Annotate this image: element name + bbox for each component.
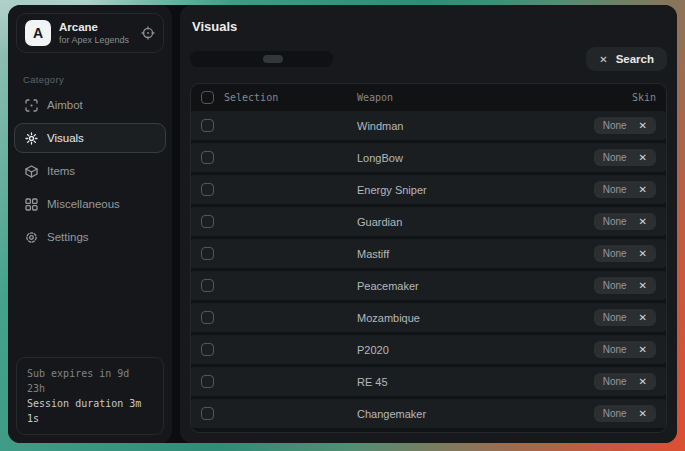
app-window: A Arcane for Apex Legends Category Aimbo… [8,5,677,443]
skin-select[interactable]: None ✕ [594,245,656,262]
table-row[interactable]: Windman None ✕ [191,111,666,140]
table-row[interactable]: Energy Sniper None ✕ [191,175,666,204]
app-logo: A [25,20,51,46]
select-all-checkbox[interactable] [201,91,214,104]
table-row[interactable]: LongBow None ✕ [191,143,666,172]
tab[interactable] [286,55,306,63]
skin-select[interactable]: None ✕ [594,309,656,326]
row-checkbox[interactable] [201,311,214,324]
row-selection-cell [201,215,357,228]
weapon-name: P2020 [357,344,594,356]
close-icon[interactable]: ✕ [639,120,647,131]
skin-select[interactable]: None ✕ [594,373,656,390]
close-icon[interactable]: ✕ [639,216,647,227]
selection-column-label: Selection [224,92,278,103]
weapon-name: LongBow [357,152,594,164]
row-selection-cell [201,119,357,132]
close-icon: ✕ [599,54,607,65]
sidebar-item-label: Items [47,165,75,177]
weapon-name: Guardian [357,216,594,228]
skin-value: None [603,248,627,259]
skin-value: None [603,216,627,227]
table-body: Windman None ✕ LongBow None ✕ [191,111,666,432]
table-row[interactable]: P2020 None ✕ [191,335,666,364]
table-row[interactable]: Changemaker None ✕ [191,399,666,428]
table-row[interactable]: Guardian None ✕ [191,207,666,236]
weapon-name: Mozambique [357,312,594,324]
skin-select[interactable]: None ✕ [594,181,656,198]
close-icon[interactable]: ✕ [639,248,647,259]
row-selection-cell [201,311,357,324]
row-checkbox[interactable] [201,343,214,356]
close-icon[interactable]: ✕ [639,408,647,419]
skin-value: None [603,312,627,323]
skin-value: None [603,280,627,291]
row-checkbox[interactable] [201,247,214,260]
skin-select[interactable]: None ✕ [594,149,656,166]
close-icon[interactable]: ✕ [639,344,647,355]
tab[interactable] [217,55,237,63]
tab[interactable] [240,55,260,63]
table-header: Selection Weapon Skin [191,84,666,111]
search-button[interactable]: ✕ Search [586,47,667,71]
skin-value: None [603,376,627,387]
close-icon[interactable]: ✕ [639,280,647,291]
close-icon[interactable]: ✕ [639,376,647,387]
skin-select[interactable]: None ✕ [594,213,656,230]
sidebar-item-label: Visuals [47,132,84,144]
skin-select[interactable]: None ✕ [594,277,656,294]
sidebar-item-label: Aimbot [47,99,83,111]
skin-column-label: Skin [632,92,656,103]
sub-expiry-text: Sub expires in 9d 23h [27,366,153,396]
row-selection-cell [201,343,357,356]
tab[interactable] [309,55,329,63]
row-checkbox[interactable] [201,407,214,420]
gear-icon [24,230,38,244]
table-row[interactable]: Mozambique None ✕ [191,303,666,332]
row-checkbox[interactable] [201,119,214,132]
table-row[interactable]: Peacemaker None ✕ [191,271,666,300]
skin-select[interactable]: None ✕ [594,341,656,358]
row-selection-cell [201,151,357,164]
tab[interactable] [194,55,214,63]
desktop-background: A Arcane for Apex Legends Category Aimbo… [0,0,685,451]
sidebar-item-label: Miscellaneous [47,198,120,210]
skin-select[interactable]: None ✕ [594,117,656,134]
row-checkbox[interactable] [201,215,214,228]
skin-value: None [603,344,627,355]
skin-table: Selection Weapon Skin Windman None ✕ [190,83,667,433]
eye-scan-icon [24,131,38,145]
sidebar-item[interactable]: Items [14,156,166,186]
crosshair-icon [24,98,38,112]
session-duration-text: Session duration 3m 1s [27,396,153,426]
tab[interactable] [263,55,283,63]
close-icon[interactable]: ✕ [639,184,647,195]
sidebar-item[interactable]: Aimbot [14,90,166,120]
row-checkbox[interactable] [201,183,214,196]
brand-card: A Arcane for Apex Legends [16,13,164,53]
close-icon[interactable]: ✕ [639,312,647,323]
skin-value: None [603,120,627,131]
target-icon[interactable] [141,26,155,40]
sidebar-item-label: Settings [47,231,89,243]
weapon-name: Energy Sniper [357,184,594,196]
grid-icon [24,197,38,211]
table-row[interactable]: Mastiff None ✕ [191,239,666,268]
selection-header-cell: Selection [201,91,357,104]
weapon-name: Windman [357,120,594,132]
sidebar-item[interactable]: Settings [14,222,166,252]
row-checkbox[interactable] [201,279,214,292]
sidebar-item[interactable]: Miscellaneous [14,189,166,219]
row-checkbox[interactable] [201,375,214,388]
row-checkbox[interactable] [201,151,214,164]
skin-value: None [603,152,627,163]
weapon-name: Changemaker [357,408,594,420]
skin-select[interactable]: None ✕ [594,405,656,422]
brand-text: Arcane for Apex Legends [59,20,129,46]
close-icon[interactable]: ✕ [639,152,647,163]
weapon-column-label: Weapon [357,92,632,103]
table-row[interactable]: RE 45 None ✕ [191,367,666,396]
sidebar-item[interactable]: Visuals [14,123,166,153]
main-panel: Visuals ✕ Search Selection Weapon Skin [180,5,677,443]
row-selection-cell [201,407,357,420]
